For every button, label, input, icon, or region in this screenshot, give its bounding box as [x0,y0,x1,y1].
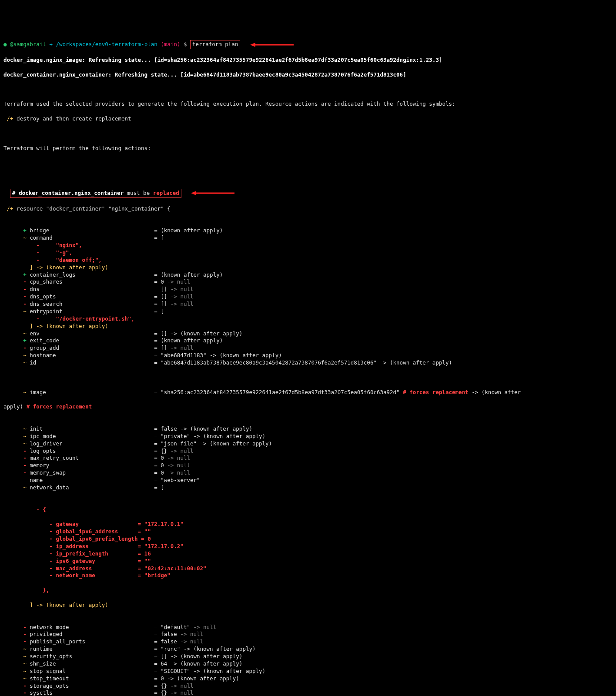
attr-line: - privileged = false -> null [3,631,613,638]
attr-line: ~ log_driver = "json-file" -> (known aft… [3,440,613,448]
svg-marker-3 [191,191,196,195]
attr-line: ~ id = "abe6847d1183ab7387baee9ec80a9c3a… [3,359,613,367]
prompt-branch: main [164,41,177,47]
network-attr: - ip_prefix_length = 16 [3,550,613,558]
attr-line: - "daemon off;", [3,257,613,264]
attr-line: ] -> (known after apply) [3,264,613,271]
attr-line: - max_retry_count = 0 -> null [3,455,613,462]
attr-line: - network_mode = "default" -> null [3,624,613,631]
attr-line: name = "web-server" [3,477,613,484]
attr-line: - dns_search = [] -> null [3,301,613,308]
network-close: }, [3,587,613,594]
prompt-cwd: /workspaces/env0-terraform-plan [56,41,157,47]
prompt-line-1[interactable]: ● @samgabrail → /workspaces/env0-terrafo… [3,40,613,49]
network-attr: - mac_address = "02:42:ac:11:00:02" [3,565,613,572]
intro-line: Terraform used the selected providers to… [3,100,613,108]
attr-line: ~ command = [ [3,234,613,242]
attr-line: - cpu_shares = 0 -> null [3,278,613,286]
network-attr: - global_ipv6_address = "" [3,528,613,535]
intro-symbol: -/+ destroy and then create replacement [3,115,613,123]
prompt-dollar: $ [184,41,187,47]
attr-line: - sysctls = {} -> null [3,689,613,696]
resource-open: -/+ resource "docker_container" "nginx_c… [3,205,613,213]
attr-line: - "nginx", [3,242,613,249]
attr-line: - memory = 0 -> null [3,462,613,469]
attr-line: - log_opts = {} -> null [3,448,613,455]
attr-line: - memory_swap = 0 -> null [3,469,613,477]
attr-line: - publish_all_ports = false -> null [3,638,613,646]
attr-line: - "-g", [3,249,613,257]
network-attr: - ipv6_gateway = "" [3,558,613,565]
status-dot-icon: ● [3,41,7,47]
annotation-arrow-icon [191,190,239,196]
attr-image: ~ image = "sha256:ac232364af842735579e92… [3,389,613,396]
prompt-user: @samgabrail [10,41,46,47]
attr-line: ~ runtime = "runc" -> (known after apply… [3,646,613,653]
attr-line: ~ shm_size = 64 -> (known after apply) [3,660,613,668]
attr-line: - dns_opts = [] -> null [3,293,613,301]
attr-line: ~ security_opts = [] -> (known after app… [3,653,613,660]
attr-line: ~ entrypoint = [ [3,308,613,315]
refresh-line: docker_container.nginx_container: Refres… [3,71,613,79]
network-attr: - network_name = "bridge" [3,572,613,579]
attr-line: ~ init = false -> (known after apply) [3,425,613,433]
attr-line: + exit_code = (known after apply) [3,337,613,345]
intro-actions: Terraform will perform the following act… [3,145,613,152]
annotation-arrow-icon [250,42,298,48]
network-attr: - gateway = "172.17.0.1" [3,521,613,528]
svg-marker-1 [250,43,255,47]
attr-image-wrap: apply) # forces replacement [3,403,613,411]
attr-line: - storage_opts = {} -> null [3,683,613,690]
attr-line: ~ stop_timeout = 0 -> (known after apply… [3,675,613,683]
attr-line: ~ ipc_mode = "private" -> (known after a… [3,433,613,440]
attr-line: - dns = [] -> null [3,286,613,293]
network-attr: - global_ipv6_prefix_length = 0 [3,535,613,543]
attr-line: + container_logs = (known after apply) [3,271,613,279]
attr-line: ] -> (known after apply) [3,323,613,330]
attr-line: - group_add = [] -> null [3,345,613,352]
network-attr: - ip_address = "172.17.0.2" [3,543,613,550]
refresh-line: docker_image.nginx_image: Refreshing sta… [3,57,613,64]
network-open: - { [3,506,613,514]
attr-line: ~ env = [] -> (known after apply) [3,330,613,338]
prompt-arrow-icon: → [49,41,53,47]
attr-line: + bridge = (known after apply) [3,227,613,234]
attr-line: - "/docker-entrypoint.sh", [3,315,613,323]
network-close2: ] -> (known after apply) [3,602,613,609]
attr-line: ~ stop_signal = "SIGQUIT" -> (known afte… [3,668,613,675]
resource-header-container: # docker_container.nginx_container must … [3,189,613,198]
highlighted-command: terraform plan [190,40,240,49]
attr-line: ~ hostname = "abe6847d1183" -> (known af… [3,352,613,359]
attr-line: ~ network_data = [ [3,484,613,492]
